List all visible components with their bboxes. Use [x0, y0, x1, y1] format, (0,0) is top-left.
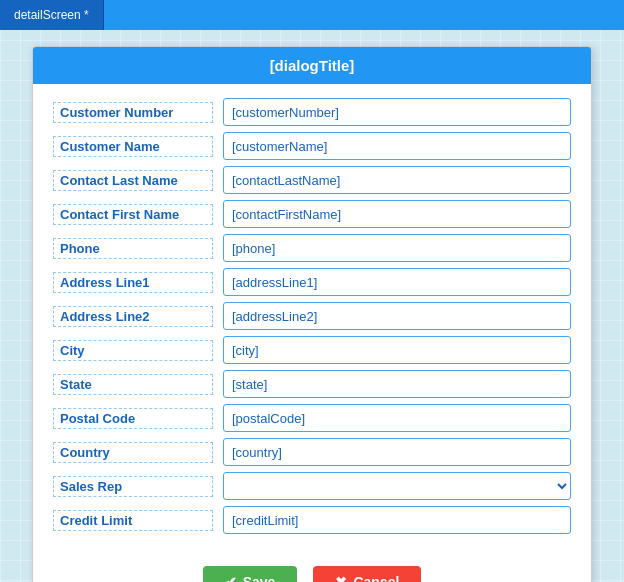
save-label: Save [243, 574, 276, 582]
form-row: State [53, 370, 571, 398]
field-label-addressLine1: Address Line1 [53, 272, 213, 293]
x-icon: ✖ [335, 574, 347, 582]
cancel-button[interactable]: ✖ Cancel [313, 566, 421, 582]
form-row: Customer Name [53, 132, 571, 160]
field-label-contactFirstName: Contact First Name [53, 204, 213, 225]
form-row: Country [53, 438, 571, 466]
tab-detail-screen[interactable]: detailScreen * [0, 0, 104, 30]
field-creditLimit[interactable] [223, 506, 571, 534]
field-country[interactable] [223, 438, 571, 466]
field-label-country: Country [53, 442, 213, 463]
field-label-state: State [53, 374, 213, 395]
cancel-label: Cancel [353, 574, 399, 582]
field-customerName[interactable] [223, 132, 571, 160]
field-label-customerName: Customer Name [53, 136, 213, 157]
field-label-city: City [53, 340, 213, 361]
dialog-body: Customer NumberCustomer NameContact Last… [33, 84, 591, 554]
page-content: [dialogTitle] Customer NumberCustomer Na… [0, 30, 624, 582]
form-row: Contact First Name [53, 200, 571, 228]
field-contactFirstName[interactable] [223, 200, 571, 228]
dialog: [dialogTitle] Customer NumberCustomer Na… [32, 46, 592, 582]
form-row: Address Line2 [53, 302, 571, 330]
field-label-salesRep: Sales Rep [53, 476, 213, 497]
field-salesRep[interactable] [223, 472, 571, 500]
field-addressLine1[interactable] [223, 268, 571, 296]
save-button[interactable]: ✔ Save [203, 566, 298, 582]
field-state[interactable] [223, 370, 571, 398]
field-customerNumber[interactable] [223, 98, 571, 126]
field-postalCode[interactable] [223, 404, 571, 432]
field-label-postalCode: Postal Code [53, 408, 213, 429]
field-city[interactable] [223, 336, 571, 364]
checkmark-icon: ✔ [225, 574, 237, 582]
form-row: Credit Limit [53, 506, 571, 534]
form-row: Customer Number [53, 98, 571, 126]
form-row: Contact Last Name [53, 166, 571, 194]
field-label-contactLastName: Contact Last Name [53, 170, 213, 191]
field-label-customerNumber: Customer Number [53, 102, 213, 123]
form-row: Address Line1 [53, 268, 571, 296]
form-row: City [53, 336, 571, 364]
dialog-title: [dialogTitle] [33, 47, 591, 84]
dialog-footer: ✔ Save ✖ Cancel [33, 554, 591, 582]
field-addressLine2[interactable] [223, 302, 571, 330]
form-row: Sales Rep [53, 472, 571, 500]
field-label-creditLimit: Credit Limit [53, 510, 213, 531]
form-row: Postal Code [53, 404, 571, 432]
tab-bar: detailScreen * [0, 0, 624, 30]
form-row: Phone [53, 234, 571, 262]
field-phone[interactable] [223, 234, 571, 262]
field-label-phone: Phone [53, 238, 213, 259]
field-label-addressLine2: Address Line2 [53, 306, 213, 327]
field-contactLastName[interactable] [223, 166, 571, 194]
